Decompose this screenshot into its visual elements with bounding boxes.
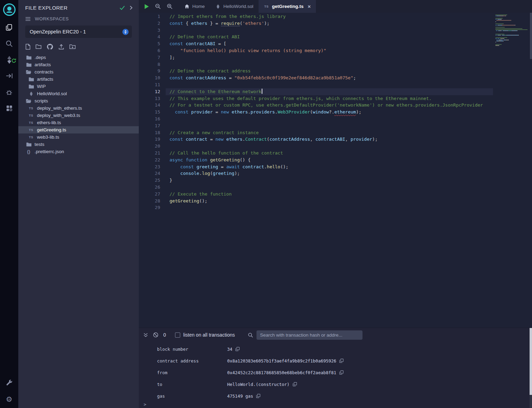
new-folder-icon[interactable]	[36, 44, 41, 49]
code-line[interactable]: 3	[139, 27, 493, 34]
terminal-expand-icon[interactable]	[143, 333, 148, 337]
editor-scrollbar-thumb[interactable]	[530, 13, 532, 59]
line-number[interactable]: 4	[139, 33, 160, 40]
load-folder-icon[interactable]	[69, 44, 76, 49]
code-line[interactable]: 28getGreeting();	[139, 198, 493, 205]
line-number[interactable]: 18	[139, 129, 160, 136]
minimap[interactable]	[493, 13, 532, 328]
code-area[interactable]: 1// Import ethers from the ethers.js lib…	[139, 13, 493, 328]
clear-console-icon[interactable]	[153, 332, 158, 338]
close-tab-icon[interactable]: ×	[308, 3, 311, 9]
code-line[interactable]: 1// Import ethers from the ethers.js lib…	[139, 13, 493, 20]
line-number[interactable]: 29	[139, 204, 160, 211]
new-file-icon[interactable]	[26, 44, 30, 50]
panel-chevron-icon[interactable]	[130, 6, 133, 10]
line-number[interactable]: 8	[139, 61, 160, 68]
line-number[interactable]: 21	[139, 150, 160, 157]
workspace-selector[interactable]: OpenZeppelin ERC20 - 1	[25, 26, 132, 38]
code-line[interactable]: 9// Define the contract address	[139, 68, 493, 74]
line-number[interactable]: 7	[139, 54, 160, 61]
line-number[interactable]: 16	[139, 116, 160, 122]
terminal-search-input[interactable]	[257, 330, 362, 340]
accept-check-icon[interactable]	[119, 6, 125, 10]
code-line[interactable]: 25}	[139, 177, 493, 184]
code-line[interactable]: 17	[139, 122, 493, 129]
file-tree-item[interactable]: TSethers-lib.ts	[18, 119, 139, 126]
file-explorer-icon[interactable]	[4, 22, 15, 33]
github-clone-icon[interactable]	[47, 43, 53, 50]
line-number[interactable]: 14	[139, 102, 160, 109]
line-number[interactable]: 2	[139, 20, 160, 27]
file-tree-item[interactable]: .deps	[18, 54, 139, 61]
code-line[interactable]: 11	[139, 81, 493, 88]
line-number[interactable]: 12	[139, 88, 160, 95]
line-number[interactable]: 15	[139, 109, 160, 116]
code-line[interactable]: 10const contractAddress = "0xb54febb5c0c…	[139, 74, 493, 81]
upload-icon[interactable]	[58, 44, 64, 50]
code-line[interactable]: 19const contract = new ethers.Contract(c…	[139, 136, 493, 143]
code-line[interactable]: 5const contractABI = [	[139, 40, 493, 47]
code-line[interactable]: 26	[139, 184, 493, 191]
code-line[interactable]: 16	[139, 116, 493, 122]
code-line[interactable]: 6 "function hello() public view returns …	[139, 47, 493, 54]
line-number[interactable]: 23	[139, 163, 160, 170]
file-tree-item[interactable]: artifacts	[18, 76, 139, 83]
copy-icon[interactable]	[339, 359, 344, 363]
code-line[interactable]: 22async function getGreeting() {	[139, 157, 493, 163]
code-line[interactable]: 18// Create a new contract instance	[139, 129, 493, 136]
line-number[interactable]: 26	[139, 184, 160, 191]
debugger-icon[interactable]	[4, 87, 15, 98]
tab-home[interactable]: Home	[179, 0, 210, 13]
terminal-prompt-row[interactable]: >	[139, 402, 532, 408]
copy-icon[interactable]	[235, 347, 240, 351]
listen-all-checkbox[interactable]	[175, 332, 180, 338]
line-number[interactable]: 22	[139, 157, 160, 163]
line-number[interactable]: 13	[139, 95, 160, 102]
file-tree-item[interactable]: TSweb3-lib.ts	[18, 133, 139, 141]
code-line[interactable]: 13// This example uses the default provi…	[139, 95, 493, 102]
run-script-button[interactable]	[144, 4, 149, 9]
file-tree-item[interactable]: TSdeploy_with_web3.ts	[18, 112, 139, 119]
solidity-compiler-icon[interactable]	[4, 54, 15, 65]
line-number[interactable]: 1	[139, 13, 160, 20]
code-line[interactable]: 24 console.log(greeting);	[139, 170, 493, 177]
code-line[interactable]: 27// Execute the function	[139, 191, 493, 198]
tools-wrench-icon[interactable]	[4, 377, 15, 388]
file-tree-item[interactable]: scripts	[18, 97, 139, 105]
tab-getgreeting-ts[interactable]: TSgetGreeting.ts×	[259, 0, 316, 13]
zoom-out-icon[interactable]	[155, 3, 161, 9]
plugin-manager-icon[interactable]	[4, 103, 15, 114]
line-number[interactable]: 17	[139, 122, 160, 129]
file-tree-item[interactable]: {}.prettierrc.json	[18, 148, 139, 155]
line-number[interactable]: 25	[139, 177, 160, 184]
line-number[interactable]: 28	[139, 198, 160, 205]
tab-helloworld-sol[interactable]: HelloWorld.sol	[210, 0, 259, 13]
code-line[interactable]: 23 const greeting = await contract.hello…	[139, 163, 493, 170]
editor-scrollbar[interactable]	[530, 13, 532, 328]
line-number[interactable]: 10	[139, 74, 160, 81]
workspace-switch-icon[interactable]	[122, 29, 129, 35]
copy-icon[interactable]	[256, 394, 260, 398]
code-line[interactable]: 15 const provider = new ethers.providers…	[139, 109, 493, 116]
search-icon[interactable]	[4, 38, 15, 49]
code-line[interactable]: 7];	[139, 54, 493, 61]
code-line[interactable]: 14// For a testnet or custom RPC, use et…	[139, 102, 493, 109]
file-tree-item[interactable]: TSgetGreeting.ts	[18, 126, 139, 133]
code-line[interactable]: 21// Call the hello function of the cont…	[139, 150, 493, 157]
code-line[interactable]: 29	[139, 204, 493, 211]
line-number[interactable]: 3	[139, 27, 160, 34]
deploy-run-icon[interactable]	[4, 70, 15, 81]
line-number[interactable]: 11	[139, 81, 160, 88]
line-number[interactable]: 19	[139, 136, 160, 143]
file-tree-item[interactable]: TSdeploy_with_ethers.ts	[18, 105, 139, 112]
remix-logo-icon[interactable]	[2, 3, 16, 17]
line-number[interactable]: 5	[139, 40, 160, 47]
line-number[interactable]: 27	[139, 191, 160, 198]
copy-icon[interactable]	[339, 370, 344, 375]
code-line[interactable]: 4// Define the contract ABI	[139, 33, 493, 40]
line-number[interactable]: 24	[139, 170, 160, 177]
file-tree-item[interactable]: artifacts	[18, 61, 139, 68]
file-tree-item[interactable]: tests	[18, 141, 139, 148]
file-tree-item[interactable]: contracts	[18, 68, 139, 76]
copy-icon[interactable]	[293, 382, 297, 386]
